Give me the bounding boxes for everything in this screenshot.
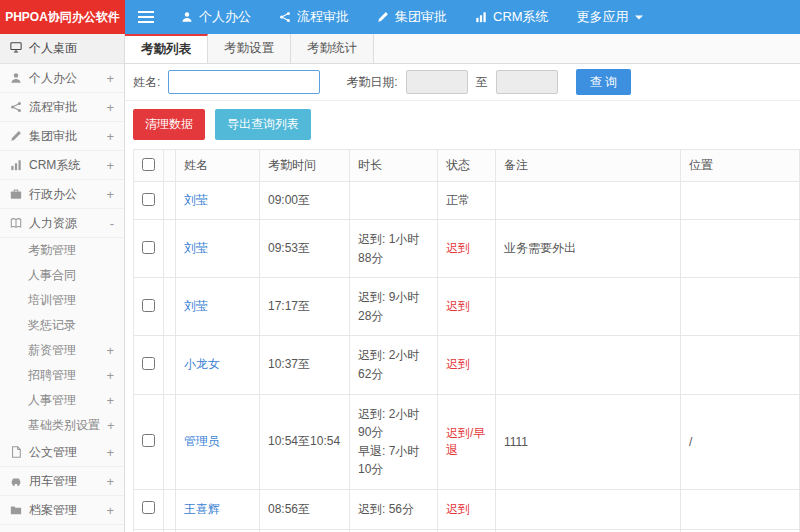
sidebar-subitem-label: 培训管理 xyxy=(28,292,76,309)
nav-item[interactable]: 个人办公 xyxy=(167,0,265,34)
spacer-cell xyxy=(164,489,176,529)
sidebar-subitem-label: 奖惩记录 xyxy=(28,317,76,334)
sidebar-item-desktop[interactable]: 个人桌面 xyxy=(0,34,124,64)
caret-down-icon xyxy=(635,13,643,21)
column-header: 考勤时间 xyxy=(260,150,350,182)
sidebar-subitem[interactable]: 招聘管理+ xyxy=(0,363,124,388)
time-cell: 10:54至10:54 xyxy=(260,394,350,489)
expand-toggle[interactable]: + xyxy=(106,158,114,173)
sidebar-item-label: 行政办公 xyxy=(29,186,77,203)
tab-attendance-list[interactable]: 考勤列表 xyxy=(125,34,208,63)
nav-item-label: 集团审批 xyxy=(395,8,447,26)
column-header: 时长 xyxy=(350,150,438,182)
time-cell: 08:56至 xyxy=(260,489,350,529)
nav-item-label: 更多应用 xyxy=(577,8,629,26)
row-checkbox[interactable] xyxy=(142,299,155,312)
status-cell: 迟到 xyxy=(438,220,496,278)
tab-attendance-stats[interactable]: 考勤统计 xyxy=(291,34,374,63)
tab-attendance-settings[interactable]: 考勤设置 xyxy=(208,34,291,63)
sidebar-subitem[interactable]: 培训管理 xyxy=(0,288,124,313)
employee-name-link[interactable]: 刘莹 xyxy=(184,299,208,313)
sidebar-subitem[interactable]: 人事管理+ xyxy=(0,388,124,413)
expand-toggle[interactable]: + xyxy=(106,445,114,460)
employee-name-link[interactable]: 刘莹 xyxy=(184,193,208,207)
expand-toggle[interactable]: + xyxy=(106,187,114,202)
row-checkbox[interactable] xyxy=(142,241,155,254)
sidebar-item[interactable]: 集团审批+ xyxy=(0,122,124,151)
sidebar-item[interactable]: 人力资源- xyxy=(0,209,124,238)
export-list-button[interactable]: 导出查询列表 xyxy=(215,109,311,140)
sidebar-submenu: 考勤管理人事合同培训管理奖惩记录薪资管理+招聘管理+人事管理+基础类别设置+ xyxy=(0,238,124,438)
expand-toggle[interactable]: - xyxy=(110,216,114,231)
sidebar-item-label: 集团审批 xyxy=(29,128,77,145)
employee-name-link[interactable]: 刘莹 xyxy=(184,241,208,255)
status-badge: 迟到 xyxy=(446,241,470,255)
expand-toggle[interactable]: + xyxy=(107,418,115,433)
row-checkbox[interactable] xyxy=(142,434,155,447)
desktop-icon xyxy=(10,41,22,56)
chart-icon xyxy=(10,159,22,171)
search-button[interactable]: 查 询 xyxy=(576,69,631,95)
status-cell: 正常 xyxy=(438,182,496,220)
expand-toggle[interactable]: + xyxy=(106,368,114,383)
table-row: 刘莹09:00至正常 xyxy=(134,182,800,220)
nav-item[interactable]: 流程审批 xyxy=(265,0,363,34)
sidebar-subitem[interactable]: 人事合同 xyxy=(0,263,124,288)
sidebar-item-label: 个人办公 xyxy=(29,70,77,87)
sidebar-item[interactable]: 公文管理+ xyxy=(0,438,124,467)
name-cell: 刘莹 xyxy=(176,278,260,336)
sidebar-item[interactable]: 行政办公+ xyxy=(0,180,124,209)
date-from-input[interactable] xyxy=(406,70,468,94)
sidebar-item[interactable]: CRM系统+ xyxy=(0,151,124,180)
clean-data-button[interactable]: 清理数据 xyxy=(133,109,205,140)
user-icon xyxy=(181,11,193,23)
menu-toggle-icon[interactable] xyxy=(125,0,167,34)
status-badge: 迟到 xyxy=(446,357,470,371)
location-cell xyxy=(681,336,800,394)
sidebar-subitem-label: 人事合同 xyxy=(28,267,76,284)
sidebar-subitem-label: 人事管理 xyxy=(28,392,76,409)
expand-toggle[interactable]: + xyxy=(106,129,114,144)
sidebar-subitem-label: 薪资管理 xyxy=(28,342,76,359)
sidebar-subitem[interactable]: 薪资管理+ xyxy=(0,338,124,363)
nav-item[interactable]: 更多应用 xyxy=(563,0,657,34)
expand-toggle[interactable]: + xyxy=(106,393,114,408)
flow-icon xyxy=(279,11,291,23)
file-icon xyxy=(10,446,22,458)
sidebar-item[interactable]: 档案管理+ xyxy=(0,496,124,525)
sidebar-subitem[interactable]: 奖惩记录 xyxy=(0,313,124,338)
sidebar-subitem[interactable]: 基础类别设置+ xyxy=(0,413,124,438)
row-checkbox[interactable] xyxy=(142,357,155,370)
employee-name-link[interactable]: 管理员 xyxy=(184,434,220,448)
date-to-input[interactable] xyxy=(496,70,558,94)
note-cell xyxy=(496,182,681,220)
sidebar-item[interactable]: 个人办公+ xyxy=(0,64,124,93)
sidebar-item-label: 个人桌面 xyxy=(29,40,77,57)
row-checkbox[interactable] xyxy=(142,193,155,206)
expand-toggle[interactable]: + xyxy=(106,474,114,489)
employee-name-link[interactable]: 王喜辉 xyxy=(184,502,220,516)
expand-toggle[interactable]: + xyxy=(106,100,114,115)
briefcase-icon xyxy=(10,188,22,200)
note-cell: 业务需要外出 xyxy=(496,220,681,278)
note-cell xyxy=(496,278,681,336)
nav-item[interactable]: CRM系统 xyxy=(461,0,563,34)
nav-item[interactable]: 集团审批 xyxy=(363,0,461,34)
sidebar-item[interactable]: 项目管理+ xyxy=(0,525,124,532)
expand-toggle[interactable]: + xyxy=(106,71,114,86)
sidebar-item[interactable]: 流程审批+ xyxy=(0,93,124,122)
row-checkbox[interactable] xyxy=(142,501,155,514)
expand-toggle[interactable]: + xyxy=(106,503,114,518)
sidebar-item[interactable]: 用车管理+ xyxy=(0,467,124,496)
select-all-checkbox[interactable] xyxy=(142,158,155,171)
sidebar-subitem-label: 考勤管理 xyxy=(28,242,76,259)
employee-name-link[interactable]: 小龙女 xyxy=(184,357,220,371)
column-header: 姓名 xyxy=(176,150,260,182)
car-icon xyxy=(10,475,22,487)
row-checkbox-cell xyxy=(134,394,164,489)
name-input[interactable] xyxy=(168,70,320,94)
sidebar-subitem-label: 招聘管理 xyxy=(28,367,76,384)
select-all-cell xyxy=(134,150,164,182)
sidebar-subitem[interactable]: 考勤管理 xyxy=(0,238,124,263)
expand-toggle[interactable]: + xyxy=(106,343,114,358)
